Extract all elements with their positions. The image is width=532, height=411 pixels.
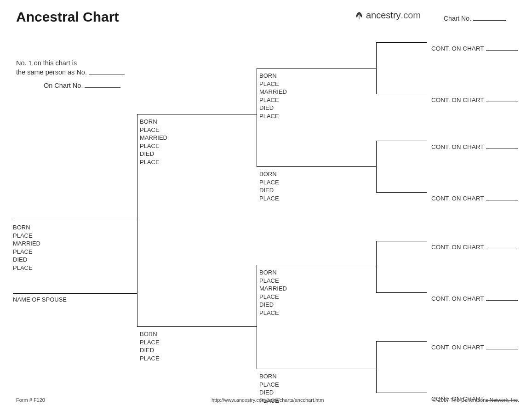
bracket-p5-bot xyxy=(376,192,427,193)
field-died: DIED xyxy=(259,186,279,194)
intro-line1: No. 1 on this chart is xyxy=(16,59,125,68)
field-born: BORN xyxy=(13,223,40,232)
cont-blank[interactable] xyxy=(486,300,518,301)
cont-13: CONT. ON CHART xyxy=(431,295,518,302)
intro-line2: the same person as No. xyxy=(16,68,125,77)
field-born: BORN xyxy=(259,170,279,178)
field-place: PLACE xyxy=(140,338,160,347)
cont-blank[interactable] xyxy=(486,50,518,51)
brand-logo: ancestry.com xyxy=(354,10,421,21)
cont-blank[interactable] xyxy=(486,148,518,149)
field-place: PLACE xyxy=(259,112,287,120)
cont-label: CONT. ON CHART xyxy=(431,344,484,351)
person5-fields: BORN PLACE DIED PLACE xyxy=(259,170,279,202)
cont-label: CONT. ON CHART xyxy=(431,45,484,52)
footer-form: Form # F120 xyxy=(16,397,45,403)
cont-8: CONT. ON CHART xyxy=(431,45,518,52)
field-place: PLACE xyxy=(140,158,167,166)
footer-copyright: © 2007 The Generations Network, Inc. xyxy=(433,397,519,403)
bracket-p7-top xyxy=(376,341,427,342)
bracket-p2-top xyxy=(257,68,376,68)
brand-text-1: ancestry xyxy=(366,10,401,21)
intro-line2-prefix: the same person as No. xyxy=(16,68,87,76)
field-married: MARRIED xyxy=(259,285,287,293)
field-place: PLACE xyxy=(140,354,160,363)
field-place: PLACE xyxy=(259,293,287,301)
field-place: PLACE xyxy=(259,178,279,187)
cont-label: CONT. ON CHART xyxy=(431,195,484,202)
bracket-p3-top xyxy=(257,265,376,265)
cont-10: CONT. ON CHART xyxy=(431,143,518,150)
field-place: PLACE xyxy=(13,264,40,272)
field-place: PLACE xyxy=(259,96,287,104)
bracket-p4-top xyxy=(376,42,427,43)
cont-label: CONT. ON CHART xyxy=(431,143,484,150)
field-born: BORN xyxy=(259,72,287,80)
cont-9: CONT. ON CHART xyxy=(431,97,518,103)
bracket-gen1 xyxy=(137,114,137,326)
intro-person-blank[interactable] xyxy=(89,74,125,74)
person6-fields: BORN PLACE MARRIED PLACE DIED PLACE xyxy=(259,268,287,317)
brand-text-2: .com xyxy=(401,10,421,21)
field-died: DIED xyxy=(259,104,287,112)
field-married: MARRIED xyxy=(259,88,287,96)
field-place: PLACE xyxy=(259,80,287,88)
cont-label: CONT. ON CHART xyxy=(431,244,484,251)
person1-name-line[interactable] xyxy=(13,220,137,220)
bracket-gen1-bot xyxy=(137,326,257,327)
spouse-label: NAME OF SPOUSE xyxy=(13,296,67,303)
field-died: DIED xyxy=(259,388,279,397)
chart-number-field: Chart No. xyxy=(444,15,506,22)
person2-fields: BORN PLACE MARRIED PLACE DIED PLACE xyxy=(140,118,167,166)
field-place: PLACE xyxy=(140,142,167,150)
cont-label: CONT. ON CHART xyxy=(431,97,484,103)
field-place: PLACE xyxy=(13,248,40,256)
cont-blank[interactable] xyxy=(486,102,518,102)
footer-url: http://www.ancestry.com/save/charts/ancc… xyxy=(212,397,324,403)
page-title: Ancestral Chart xyxy=(16,9,119,25)
field-place: PLACE xyxy=(140,126,167,134)
field-married: MARRIED xyxy=(13,240,40,248)
cont-blank[interactable] xyxy=(486,249,518,249)
field-died: DIED xyxy=(13,256,40,264)
cont-12: CONT. ON CHART xyxy=(431,244,518,251)
field-died: DIED xyxy=(140,346,160,354)
field-place: PLACE xyxy=(259,381,279,389)
field-married: MARRIED xyxy=(140,134,167,142)
intro-line3: On Chart No. xyxy=(16,81,125,91)
intro-text: No. 1 on this chart is the same person a… xyxy=(16,59,125,91)
spouse-name-line[interactable] xyxy=(13,293,137,294)
cont-blank[interactable] xyxy=(486,349,518,349)
field-place: PLACE xyxy=(13,232,40,240)
bracket-p5 xyxy=(376,141,377,192)
bracket-p4-bot xyxy=(376,94,427,94)
field-place: PLACE xyxy=(259,309,287,317)
cont-label: CONT. ON CHART xyxy=(431,295,484,302)
bracket-p6-bot xyxy=(376,292,427,293)
field-born: BORN xyxy=(259,372,279,381)
bracket-p7-bot xyxy=(376,393,427,393)
intro-line3-prefix: On Chart No. xyxy=(44,82,83,89)
bracket-p3 xyxy=(257,265,257,369)
bracket-p2-bot xyxy=(257,166,376,167)
bracket-p6-top xyxy=(376,241,427,241)
cont-14: CONT. ON CHART xyxy=(431,344,518,351)
person1-fields: BORN PLACE MARRIED PLACE DIED PLACE xyxy=(13,223,40,272)
bracket-gen1-top xyxy=(137,114,257,114)
bracket-p5-top xyxy=(376,141,427,141)
field-place: PLACE xyxy=(259,277,287,285)
person3-fields: BORN PLACE DIED PLACE xyxy=(140,330,160,362)
bracket-p4 xyxy=(376,42,377,94)
field-born: BORN xyxy=(259,268,287,277)
intro-chart-blank[interactable] xyxy=(85,87,120,88)
bracket-p3-bot xyxy=(257,369,376,369)
bracket-p2 xyxy=(257,68,257,166)
cont-11: CONT. ON CHART xyxy=(431,195,518,202)
field-place: PLACE xyxy=(259,194,279,203)
field-died: DIED xyxy=(140,150,167,158)
field-born: BORN xyxy=(140,330,160,338)
field-died: DIED xyxy=(259,301,287,309)
cont-blank[interactable] xyxy=(486,200,518,200)
chart-number-blank[interactable] xyxy=(473,20,506,21)
chart-number-label: Chart No. xyxy=(444,15,471,22)
